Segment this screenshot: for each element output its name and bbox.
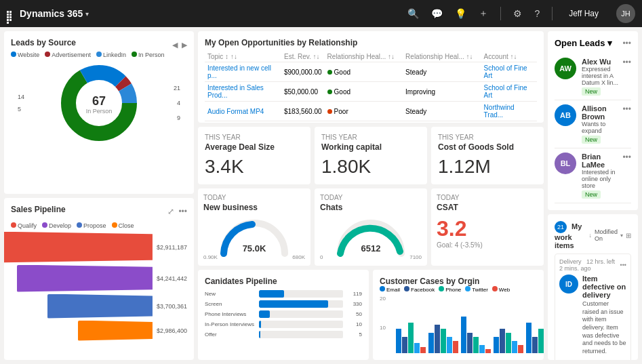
opp-rev: $183,560.00	[281, 102, 325, 121]
leads-prev-icon[interactable]: ◀	[172, 41, 178, 49]
nb-gauge-svg: 75.0K	[217, 216, 292, 257]
work-count-badge: 21	[555, 221, 567, 233]
candidates-bar-row: In-Person Interviews 10	[205, 321, 362, 328]
candidates-bar-row: New 119	[205, 290, 362, 298]
candidates-bar-row: Offer 5	[205, 331, 362, 338]
wc-title: Working capital	[321, 142, 420, 152]
opp-account[interactable]: Northwind Trad...	[481, 102, 537, 121]
opp-topic[interactable]: Interested in new cell p...	[205, 62, 281, 82]
apps-grid-icon[interactable]	[7, 11, 13, 17]
svg-text:6512: 6512	[361, 243, 381, 254]
lead-desc: Wants to expand	[582, 121, 622, 134]
col-blank	[476, 52, 481, 62]
lead-info: Alex Wu Expressed interest in A Datum X …	[582, 58, 622, 96]
work-items-list: Delivery 12 hrs. left 2 mins. ago ••• ID…	[555, 254, 631, 360]
help-icon[interactable]: ?	[534, 8, 540, 19]
lead-avatar: AW	[555, 58, 576, 79]
cases-segment	[526, 323, 531, 353]
cases-segment	[512, 341, 517, 353]
cases-bar-group	[494, 299, 523, 353]
opp-account[interactable]: Northwind Trad...	[481, 121, 537, 123]
csat-card: TODAY CSAT 3.2 Goal: 4 (-3.5%)	[431, 188, 544, 266]
chat-icon[interactable]: 💬	[431, 8, 443, 19]
pipeline-title: Sales Pipeline	[11, 205, 66, 214]
col-account[interactable]: Account ↑↓	[481, 52, 537, 62]
candidates-title: Canidates Pipeline	[205, 277, 277, 286]
cases-segment	[420, 347, 426, 353]
wc-subtitle: THIS YEAR	[321, 134, 420, 141]
view-options-icon[interactable]: ⊞	[626, 232, 631, 239]
pipeline-expand-icon[interactable]: ⤢	[167, 207, 174, 216]
work-items-header: 21 My work items ↓ Modified On ▾ ⊞	[555, 221, 631, 249]
lead-info: Allison Brown Wants to expand New	[582, 104, 622, 144]
opportunities-card: My Open Opportunities by Relationship To…	[198, 31, 544, 123]
chats-min: 0	[320, 254, 323, 260]
avg-deal-value: 3.4K	[205, 156, 304, 178]
opp-topic[interactable]: Audio Format MP4	[205, 102, 281, 121]
cases-segment	[428, 333, 434, 353]
svg-text:67: 67	[92, 94, 106, 108]
opp-topic[interactable]: Portable Computing	[205, 121, 281, 123]
lead-info: Brian LaMee Interested in online only st…	[582, 153, 622, 199]
nb-min: 0.90K	[203, 254, 218, 260]
cases-segment	[461, 317, 466, 353]
csat-title: CSAT	[437, 203, 538, 212]
col-rev[interactable]: Est. Rev. ↑↓	[281, 52, 325, 62]
opp-rev: $82,500.00	[281, 121, 325, 123]
pipeline-actions: ⤢ •••	[167, 207, 187, 216]
legend-phone: Phone	[439, 286, 461, 293]
legend-close: Close	[112, 222, 134, 229]
nav-divider	[500, 7, 501, 20]
cases-bar-group	[526, 299, 544, 353]
sort-chevron-icon[interactable]: ▾	[620, 232, 623, 239]
candidates-bar-row: Screen 330	[205, 300, 362, 308]
lead-name: Brian LaMee	[582, 153, 622, 169]
cogs-card: THIS YEAR Cost of Goods Sold 1.12M	[431, 127, 544, 184]
opp-title: My Open Opportunities by Relationship	[205, 38, 357, 47]
lead-more-icon[interactable]: •••	[622, 153, 631, 162]
pipeline-more-icon[interactable]: •••	[178, 207, 187, 216]
sort-label[interactable]: Modified On	[595, 228, 618, 242]
search-icon[interactable]: 🔍	[407, 8, 419, 19]
opp-trend: Improving	[403, 82, 476, 102]
opp-account[interactable]: School of Fine Art	[481, 62, 537, 82]
lead-badge: New	[582, 190, 601, 199]
sort-down-icon[interactable]: ↓	[588, 232, 592, 239]
lead-name: Allison Brown	[582, 104, 622, 121]
settings-icon[interactable]: ⚙	[513, 8, 522, 19]
chats-gauge-svg: 6512	[334, 216, 408, 257]
cogs-title: Cost of Goods Sold	[438, 142, 537, 152]
nav-divider-2	[552, 7, 553, 20]
work-item-chevron-icon[interactable]: ∨	[622, 359, 626, 360]
opp-blank2	[476, 82, 481, 102]
open-leads-header: Open Leads ▾ •••	[555, 38, 631, 48]
svg-text:In Person: In Person	[86, 108, 113, 115]
opp-blank	[397, 82, 403, 102]
col-rel-heal2[interactable]: Relationship Heal... ↑↓	[403, 52, 476, 62]
opp-topic[interactable]: Interested in Sales Prod...	[205, 82, 281, 102]
lead-more-icon[interactable]: •••	[622, 58, 631, 67]
username-label[interactable]: Jeff Hay	[569, 9, 599, 18]
opp-account[interactable]: School of Fine Art	[481, 82, 537, 102]
work-item-status[interactable]: In Progress	[582, 359, 614, 360]
cases-segment	[441, 329, 446, 353]
open-leads-title: Open Leads ▾	[555, 38, 612, 48]
cases-bar-group	[396, 299, 426, 353]
col-topic[interactable]: Topic ↕ ↑↓	[205, 52, 281, 62]
leads-next-icon[interactable]: ▶	[182, 41, 187, 49]
work-item-more[interactable]: •••	[620, 262, 626, 268]
nb-title: New business	[203, 203, 305, 212]
opp-trend: Steady	[403, 62, 476, 82]
cases-segment	[435, 325, 440, 353]
cases-bar-group	[461, 299, 491, 353]
leads-list: AW Alex Wu Expressed interest in A Datum…	[555, 54, 631, 203]
cases-bar-group	[428, 299, 458, 353]
lightbulb-icon[interactable]: 💡	[455, 8, 466, 19]
open-leads-more-icon[interactable]: •••	[622, 39, 631, 48]
opp-blank2	[476, 102, 481, 121]
work-item-title: Item defective on delivery	[582, 275, 626, 299]
lead-more-icon[interactable]: •••	[622, 104, 631, 114]
user-avatar[interactable]: JH	[616, 4, 635, 23]
col-rel-health[interactable]: Relationship Heal... ↑↓	[325, 52, 398, 62]
plus-icon[interactable]: ＋	[479, 7, 488, 20]
